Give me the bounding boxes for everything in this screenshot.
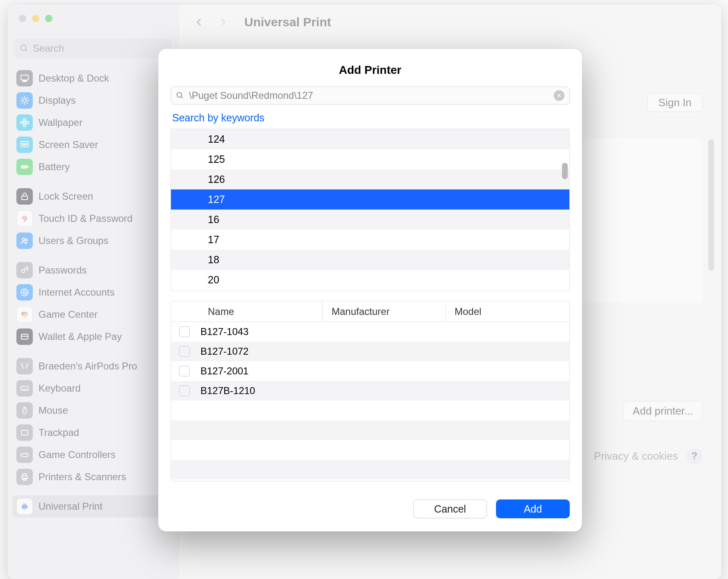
svg-point-0 — [21, 45, 26, 50]
printer-search-input[interactable] — [189, 90, 549, 101]
printer-checkbox[interactable] — [179, 366, 190, 376]
svg-point-25 — [25, 239, 27, 241]
sidebar-item-label: Desktop & Dock — [39, 73, 109, 84]
printer-search-field[interactable] — [171, 87, 570, 105]
sidebar-search[interactable]: Search — [14, 39, 172, 58]
location-list-scrollbar[interactable] — [562, 163, 568, 179]
minimize-window-button[interactable] — [32, 15, 39, 22]
close-window-button[interactable] — [19, 15, 26, 22]
sidebar-item[interactable]: Mouse — [12, 399, 173, 422]
flower-icon — [16, 114, 33, 131]
printer-checkbox[interactable] — [179, 385, 190, 396]
printer-checkbox[interactable] — [179, 346, 190, 357]
zoom-window-button[interactable] — [45, 15, 52, 22]
back-button[interactable] — [193, 14, 206, 31]
printer-row[interactable]: B127B-1210 — [171, 381, 569, 401]
main-header: Universal Print — [179, 4, 721, 40]
sidebar-item-label: Internet Accounts — [39, 287, 114, 298]
sidebar-search-placeholder: Search — [33, 43, 64, 54]
sidebar-item[interactable]: Touch ID & Password — [12, 207, 173, 230]
at-icon — [16, 284, 33, 301]
sidebar-item[interactable]: Game Controllers — [12, 444, 173, 466]
svg-rect-33 — [21, 386, 28, 390]
sidebar-item[interactable]: Wallet & Apple Pay — [12, 326, 173, 348]
svg-point-17 — [26, 121, 29, 124]
sidebar-item[interactable]: Braeden's AirPods Pro — [12, 355, 173, 377]
clear-search-button[interactable] — [554, 90, 564, 101]
location-row[interactable]: 125 — [171, 149, 569, 169]
sidebar-item[interactable]: Trackpad — [12, 422, 173, 444]
svg-point-13 — [23, 121, 26, 124]
sign-in-button[interactable]: Sign In — [647, 93, 703, 112]
location-row[interactable]: 18 — [171, 250, 569, 270]
col-name-header[interactable]: Name — [171, 301, 323, 321]
sidebar-item[interactable]: Universal Print — [12, 495, 173, 517]
location-row[interactable]: 17 — [171, 230, 569, 250]
col-model-header[interactable]: Model — [446, 301, 569, 321]
mouse-icon — [16, 402, 33, 419]
svg-line-11 — [27, 98, 27, 98]
sidebar-item[interactable]: Keyboard — [12, 377, 173, 399]
sidebar-item[interactable]: Battery — [12, 156, 173, 178]
cancel-button[interactable]: Cancel — [413, 499, 487, 518]
lock-icon — [16, 188, 33, 205]
location-row[interactable]: 126 — [171, 169, 569, 189]
sidebar-item-label: Wallet & Apple Pay — [39, 331, 122, 342]
svg-rect-23 — [22, 196, 27, 200]
sidebar-item[interactable]: Displays — [12, 89, 173, 112]
printer-row-empty — [171, 420, 569, 440]
printer-checkbox[interactable] — [179, 326, 190, 337]
printer-row[interactable]: B127-1072 — [171, 342, 569, 361]
sidebar-item[interactable]: Game Center — [12, 303, 173, 326]
sidebar-item[interactable]: Lock Screen — [12, 185, 173, 207]
uprint-icon — [16, 498, 33, 515]
svg-rect-46 — [23, 508, 26, 509]
svg-rect-21 — [21, 165, 27, 169]
location-row[interactable]: 127 — [171, 189, 569, 210]
sidebar-item[interactable]: Users & Groups — [12, 230, 173, 252]
location-list: 12412512612716171820 — [171, 129, 570, 291]
sidebar-item[interactable]: Desktop & Dock — [12, 67, 173, 89]
printer-table: Name Manufacturer Model B127-1043B127-10… — [171, 301, 570, 481]
sidebar-item-label: Touch ID & Password — [39, 213, 132, 224]
sidebar-item-label: Battery — [39, 161, 70, 173]
sidebar-item[interactable]: Wallpaper — [12, 112, 173, 134]
printer-row[interactable]: B127-1043 — [171, 322, 569, 342]
location-row[interactable]: 16 — [171, 210, 569, 230]
search-by-keywords-link[interactable]: Search by keywords — [158, 105, 582, 129]
table-header: Name Manufacturer Model — [171, 301, 569, 322]
gamecenter-icon — [16, 306, 33, 323]
sidebar-item-label: Passwords — [39, 264, 86, 276]
sidebar-item-label: Game Controllers — [39, 449, 116, 460]
svg-line-1 — [25, 50, 27, 52]
printer-name: B127B-1210 — [200, 385, 569, 397]
search-icon — [20, 44, 33, 53]
sidebar-item[interactable]: Screen Saver — [12, 134, 173, 156]
svg-point-47 — [177, 93, 182, 98]
content-scrollbar[interactable] — [708, 139, 714, 283]
screensaver-icon — [16, 137, 33, 153]
sidebar: Search Desktop & DockDisplaysWallpaperSc… — [7, 4, 179, 579]
col-manufacturer-header[interactable]: Manufacturer — [323, 301, 446, 321]
add-printer-button[interactable]: Add printer... — [623, 401, 703, 421]
trackpad-icon — [16, 424, 33, 441]
svg-line-10 — [27, 103, 27, 103]
svg-point-15 — [23, 124, 26, 127]
sidebar-item[interactable]: Internet Accounts — [12, 281, 173, 303]
dialog-actions: Cancel Add — [158, 486, 582, 531]
sidebar-item[interactable]: Passwords — [12, 259, 173, 281]
svg-rect-32 — [21, 336, 28, 337]
printer-row[interactable]: B127-2001 — [171, 361, 569, 381]
svg-point-27 — [23, 291, 26, 294]
sidebar-item-label: Trackpad — [39, 427, 79, 438]
svg-rect-22 — [28, 166, 29, 168]
sidebar-item[interactable]: Printers & Scanners — [12, 466, 173, 488]
privacy-link[interactable]: Privacy & cookies — [594, 450, 678, 463]
sidebar-item-label: Universal Print — [39, 501, 102, 512]
location-row[interactable]: 124 — [171, 129, 569, 149]
add-button[interactable]: Add — [496, 499, 570, 518]
page-title: Universal Print — [244, 15, 331, 29]
help-button[interactable]: ? — [686, 448, 703, 464]
location-row[interactable]: 20 — [171, 270, 569, 290]
forward-button[interactable] — [216, 14, 230, 31]
